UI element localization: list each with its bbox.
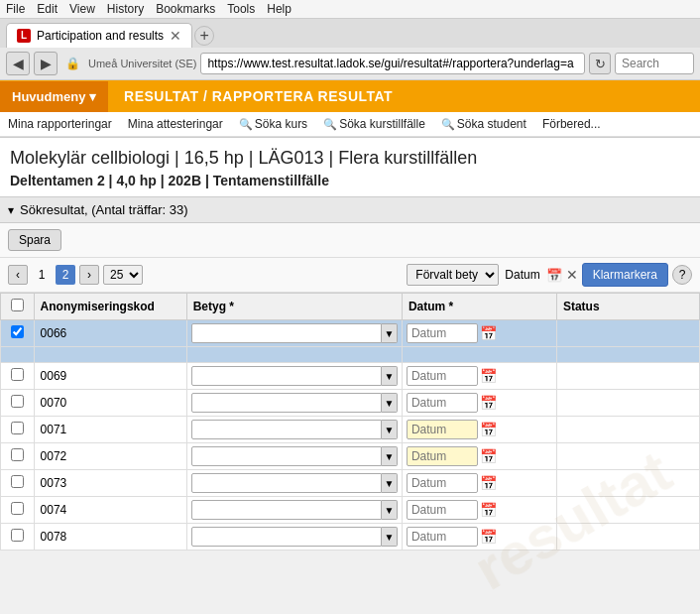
menu-edit[interactable]: Edit	[37, 2, 58, 16]
row-checkbox[interactable]	[11, 325, 24, 338]
grade-input[interactable]	[191, 500, 382, 520]
date-input[interactable]	[407, 393, 478, 413]
date-input[interactable]	[407, 473, 478, 493]
row-checkbox[interactable]	[11, 395, 24, 408]
anonymiseringskod-cell: 0071	[34, 417, 186, 443]
row-checkbox[interactable]	[11, 422, 24, 434]
nav-mina-rapporteringar[interactable]: Mina rapporteringar	[8, 117, 112, 131]
section-label: Sökresultat, (Antal träffar: 33)	[20, 202, 188, 217]
tab-label: Participation and results	[37, 29, 164, 43]
menu-help[interactable]: Help	[267, 2, 292, 16]
grade-input[interactable]	[191, 527, 382, 547]
next-page-button[interactable]: ›	[79, 265, 99, 285]
grade-cell: ▼	[186, 363, 402, 390]
row-checkbox[interactable]	[11, 475, 24, 488]
table-row: 0066▼📅	[1, 320, 700, 347]
prev-page-button[interactable]: ‹	[8, 265, 28, 285]
calendar-icon[interactable]: 📅	[480, 448, 497, 464]
tab-close-btn[interactable]: ✕	[170, 28, 181, 44]
calendar-icon-filter[interactable]: 📅	[546, 268, 562, 283]
menu-bookmarks[interactable]: Bookmarks	[156, 2, 215, 16]
date-input[interactable]	[407, 500, 478, 520]
date-input[interactable]	[407, 446, 478, 466]
grade-dropdown-arrow[interactable]: ▼	[382, 393, 398, 413]
clear-date-button[interactable]: ✕	[566, 267, 578, 283]
grade-input[interactable]	[191, 446, 382, 466]
row-checkbox[interactable]	[11, 529, 24, 542]
date-input[interactable]	[407, 527, 478, 547]
grade-dropdown-arrow[interactable]: ▼	[382, 473, 398, 493]
date-input[interactable]	[407, 420, 478, 439]
new-tab-button[interactable]: +	[194, 26, 214, 46]
nav-mina-attesteringar[interactable]: Mina attesteringar	[128, 117, 223, 131]
date-input[interactable]	[407, 366, 478, 386]
nav-soka-kurstillfalle[interactable]: Söka kurstillfälle	[323, 117, 425, 131]
page-2[interactable]: 2	[56, 265, 75, 285]
calendar-icon[interactable]: 📅	[480, 502, 497, 518]
menu-file[interactable]: File	[6, 2, 25, 16]
status-cell	[556, 443, 699, 470]
table-row: 0070▼📅	[1, 390, 700, 417]
grade-default-select[interactable]: Förvalt bety	[407, 264, 499, 286]
calendar-icon[interactable]: 📅	[480, 529, 497, 545]
grade-dropdown-arrow[interactable]: ▼	[382, 500, 398, 520]
klarmarkera-button[interactable]: Klarmarkera	[582, 263, 668, 287]
grade-dropdown-arrow[interactable]: ▼	[382, 527, 398, 547]
section-header[interactable]: ▾ Sökresultat, (Antal träffar: 33)	[0, 196, 700, 223]
date-cell: 📅	[402, 417, 556, 443]
row-checkbox[interactable]	[11, 502, 24, 515]
calendar-icon[interactable]: 📅	[480, 325, 497, 341]
grade-dropdown-arrow[interactable]: ▼	[382, 323, 398, 343]
status-cell	[556, 417, 699, 443]
header-betyg: Betyg *	[186, 294, 402, 320]
grade-input[interactable]	[191, 323, 382, 343]
grade-cell: ▼	[186, 524, 402, 551]
page-1[interactable]: 1	[32, 265, 52, 285]
grade-input[interactable]	[191, 366, 382, 386]
date-input[interactable]	[407, 323, 478, 343]
select-all-checkbox[interactable]	[11, 299, 24, 311]
grade-dropdown-arrow[interactable]: ▼	[382, 366, 398, 386]
status-cell	[556, 470, 699, 497]
forward-button[interactable]: ▶	[34, 52, 58, 75]
row-checkbox[interactable]	[11, 448, 24, 461]
nav-forbered[interactable]: Förbered...	[542, 117, 601, 131]
nav-title: RESULTAT / RAPPORTERA RESULTAT	[108, 80, 408, 112]
calendar-icon[interactable]: 📅	[480, 422, 497, 437]
menu-history[interactable]: History	[107, 2, 144, 16]
grade-dropdown-arrow[interactable]: ▼	[382, 446, 398, 466]
browser-menubar: File Edit View History Bookmarks Tools H…	[0, 0, 700, 19]
anonymiseringskod-cell: 0072	[34, 443, 186, 470]
date-cell: 📅	[402, 363, 556, 390]
main-menu-button[interactable]: Huvudmeny ▾	[0, 81, 108, 112]
grade-input[interactable]	[191, 473, 382, 493]
calendar-icon[interactable]: 📅	[480, 368, 497, 384]
grade-dropdown-arrow[interactable]: ▼	[382, 420, 398, 439]
calendar-icon[interactable]: 📅	[480, 395, 497, 411]
back-button[interactable]: ◀	[6, 52, 30, 75]
active-tab[interactable]: L Participation and results ✕	[6, 23, 192, 48]
nav-soka-kurs[interactable]: Söka kurs	[239, 117, 307, 131]
grade-cell: ▼	[186, 443, 402, 470]
anonymiseringskod-cell: 0074	[34, 497, 186, 524]
browser-search-input[interactable]	[615, 53, 694, 74]
grade-cell: ▼	[186, 417, 402, 443]
table-row: 0073▼📅	[1, 470, 700, 497]
grade-cell: ▼	[186, 470, 402, 497]
grade-input[interactable]	[191, 393, 382, 413]
status-cell	[556, 320, 699, 347]
url-bar[interactable]	[200, 53, 585, 74]
menu-tools[interactable]: Tools	[227, 2, 255, 16]
row-checkbox[interactable]	[11, 368, 24, 381]
nav-soka-student[interactable]: Söka student	[441, 117, 526, 131]
help-button[interactable]: ?	[672, 265, 692, 285]
menu-view[interactable]: View	[69, 2, 95, 16]
grade-input[interactable]	[191, 420, 382, 439]
nav-links: Mina rapporteringar Mina attesteringar S…	[0, 112, 700, 137]
calendar-icon[interactable]: 📅	[480, 475, 497, 491]
save-button[interactable]: Spara	[8, 229, 61, 251]
refresh-button[interactable]: ↻	[589, 53, 611, 74]
anonymiseringskod-cell: 0069	[34, 363, 186, 390]
page-subtitle: Deltentamen 2 | 4,0 hp | 202B | Tentamen…	[0, 173, 700, 196]
per-page-select[interactable]: 25	[103, 265, 143, 285]
